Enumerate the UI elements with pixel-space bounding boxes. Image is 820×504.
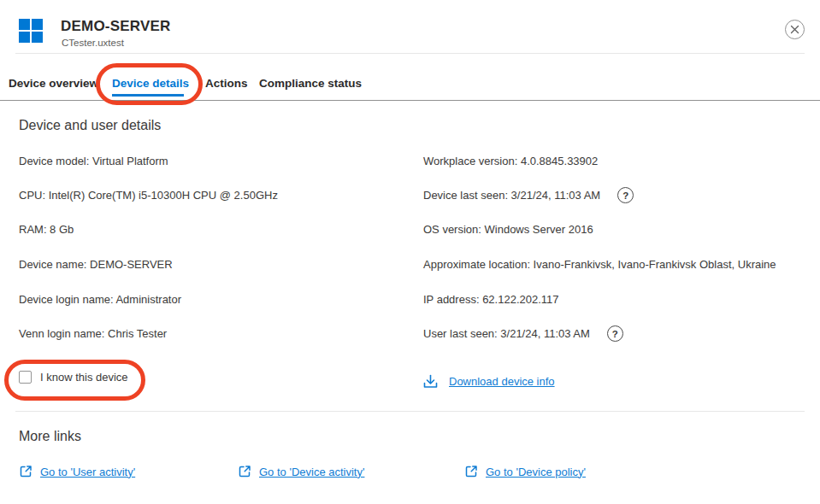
tabs-divider <box>0 100 820 101</box>
ip-address-value: IP address: 62.122.202.117 <box>423 293 559 306</box>
logo-square <box>19 19 30 30</box>
know-this-device-checkbox[interactable] <box>19 371 32 384</box>
external-link-icon <box>238 465 251 478</box>
go-to-device-policy-link[interactable]: Go to 'Device policy' <box>486 466 586 478</box>
know-this-device-label: I know this device <box>40 371 128 384</box>
section-heading-more-links: More links <box>19 429 81 444</box>
venn-login-name-value: Venn login name: Chris Tester <box>19 327 167 340</box>
logo-square <box>32 19 43 30</box>
go-to-device-activity-link[interactable]: Go to 'Device activity' <box>259 466 364 478</box>
device-details-panel: DEMO-SERVER CTester.uxtest Device overvi… <box>0 0 820 504</box>
more-links-divider <box>15 411 805 412</box>
help-icon[interactable]: ? <box>617 187 634 203</box>
device-last-seen-value: Device last seen: 3/21/24, 11:03 AM <box>423 189 600 202</box>
tab-compliance-status[interactable]: Compliance status <box>259 77 362 90</box>
active-tab-underline <box>112 94 184 97</box>
tab-device-overview[interactable]: Device overview <box>9 77 98 90</box>
os-version-value: OS version: Windows Server 2016 <box>423 223 593 236</box>
help-icon[interactable]: ? <box>607 325 623 342</box>
more-link-user-activity: Go to 'User activity' <box>19 465 135 478</box>
header-divider <box>15 53 805 54</box>
device-subtitle: CTester.uxtest <box>62 38 124 48</box>
external-link-icon <box>464 465 478 478</box>
approximate-location-value: Approximate location: Ivano-Frankivsk, I… <box>423 258 776 271</box>
external-link-icon <box>19 465 32 478</box>
section-heading-device-user-details: Device and user details <box>19 118 161 133</box>
device-name-value: Device name: DEMO-SERVER <box>19 258 173 271</box>
close-button[interactable] <box>785 20 805 39</box>
logo-square <box>32 32 43 43</box>
tab-device-details[interactable]: Device details <box>112 77 189 90</box>
device-model-value: Device model: Virtual Platform <box>19 155 168 167</box>
user-last-seen-row: User last seen: 3/21/24, 11:03 AM ? <box>423 325 623 342</box>
download-device-info-link[interactable]: Download device info <box>449 375 555 388</box>
more-link-device-policy: Go to 'Device policy' <box>464 465 586 478</box>
user-last-seen-value: User last seen: 3/21/24, 11:03 AM <box>423 327 590 340</box>
ram-value: RAM: 8 Gb <box>19 223 74 236</box>
windows-logo-icon <box>19 19 43 43</box>
tab-actions[interactable]: Actions <box>205 77 248 90</box>
download-icon <box>422 373 439 390</box>
know-this-device-row: I know this device <box>19 371 128 384</box>
go-to-user-activity-link[interactable]: Go to 'User activity' <box>40 466 135 478</box>
device-login-name-value: Device login name: Administrator <box>19 293 181 306</box>
cpu-value: CPU: Intel(R) Core(TM) i5-10300H CPU @ 2… <box>19 189 278 202</box>
close-icon <box>790 25 799 34</box>
workplace-version-value: Workplace version: 4.0.8845.33902 <box>423 155 598 167</box>
more-link-device-activity: Go to 'Device activity' <box>238 465 364 478</box>
logo-square <box>19 32 30 43</box>
download-device-info-row: Download device info <box>422 373 555 390</box>
device-last-seen-row: Device last seen: 3/21/24, 11:03 AM ? <box>423 187 634 203</box>
device-title: DEMO-SERVER <box>61 18 170 35</box>
